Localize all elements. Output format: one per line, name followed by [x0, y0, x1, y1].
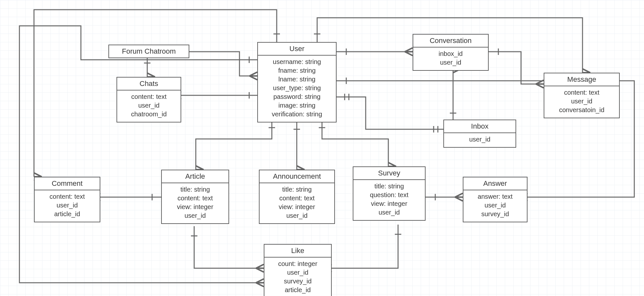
attr: title: string [166, 185, 225, 194]
attr: title: string [263, 185, 330, 194]
attr: article_id [268, 286, 327, 294]
entity-title: Comment [35, 177, 100, 190]
attr: question: text [357, 191, 421, 199]
attr: user_id [417, 58, 484, 67]
attr: password: string [262, 92, 332, 101]
entity-attrs: user_id [444, 133, 516, 147]
entity-title: Inbox [444, 120, 516, 133]
attr: content: text [39, 192, 96, 201]
attr: verification: string [262, 110, 332, 119]
entity-attrs: title: string question: text view: integ… [353, 180, 425, 220]
er-diagram-canvas: Forum Chatroom Chats content: text user_… [0, 0, 644, 296]
attr: user_id [121, 101, 177, 110]
attr: user_id [467, 201, 523, 210]
attr: content: text [263, 194, 330, 203]
attr: title: string [357, 182, 421, 191]
entity-title: Conversation [413, 35, 488, 48]
attr: lname: string [262, 75, 332, 84]
attr: content: text [548, 88, 615, 97]
entity-attrs: content: text user_id article_id [35, 190, 100, 222]
entity-attrs: title: string content: text view: intege… [260, 183, 334, 223]
entity-article[interactable]: Article title: string content: text view… [161, 170, 229, 224]
attr: user_id [268, 268, 327, 277]
attr: inbox_id [417, 49, 484, 58]
entity-announcement[interactable]: Announcement title: string content: text… [259, 170, 335, 224]
entity-title: Chats [117, 78, 181, 90]
entity-attrs: count: integer user_id survey_id article… [264, 258, 331, 296]
attr: view: integer [357, 199, 421, 208]
attr: user_id [39, 201, 96, 210]
entity-user[interactable]: User username: string fname: string lnam… [257, 42, 337, 122]
entity-forum-chatroom[interactable]: Forum Chatroom [108, 45, 189, 58]
entity-title: Survey [353, 167, 425, 180]
attr: view: integer [263, 203, 330, 211]
attr: content: text [121, 92, 177, 101]
entity-chats[interactable]: Chats content: text user_id chatroom_id [117, 77, 181, 122]
attr: content: text [166, 194, 225, 203]
entity-message[interactable]: Message content: text user_id conversato… [544, 73, 620, 118]
entity-title: Forum Chatroom [109, 45, 189, 58]
attr: chatroom_id [121, 110, 177, 119]
attr: image: string [262, 101, 332, 110]
entity-inbox[interactable]: Inbox user_id [443, 120, 516, 148]
attr: user_type: string [262, 84, 332, 92]
attr: fname: string [262, 66, 332, 75]
attr: article_id [39, 210, 96, 218]
attr: answer: text [467, 192, 523, 201]
entity-like[interactable]: Like count: integer user_id survey_id ar… [264, 244, 332, 296]
entity-attrs: inbox_id user_id [413, 48, 488, 70]
attr: user_id [263, 211, 330, 220]
entity-title: Message [544, 73, 619, 86]
attr: user_id [548, 97, 615, 106]
entity-title: User [258, 43, 336, 56]
entity-conversation[interactable]: Conversation inbox_id user_id [413, 34, 489, 71]
attr: survey_id [268, 277, 327, 286]
attr: count: integer [268, 259, 327, 268]
entity-comment[interactable]: Comment content: text user_id article_id [34, 177, 100, 222]
attr: user_id [448, 135, 512, 144]
entity-title: Announcement [260, 170, 334, 183]
entity-attrs: title: string content: text view: intege… [162, 183, 228, 223]
entity-survey[interactable]: Survey title: string question: text view… [353, 166, 426, 221]
entity-title: Article [162, 170, 228, 183]
entity-title: Answer [463, 177, 527, 190]
attr: user_id [166, 211, 225, 220]
entity-attrs: answer: text user_id survey_id [463, 190, 527, 222]
attr: survey_id [467, 210, 523, 218]
attr: conversatoin_id [548, 106, 615, 114]
entity-attrs: username: string fname: string lname: st… [258, 56, 336, 122]
entity-attrs: content: text user_id conversatoin_id [544, 86, 619, 118]
attr: user_id [357, 208, 421, 217]
attr: view: integer [166, 203, 225, 211]
entity-answer[interactable]: Answer answer: text user_id survey_id [463, 177, 527, 222]
attr: username: string [262, 58, 332, 66]
entity-title: Like [264, 245, 331, 258]
entity-attrs: content: text user_id chatroom_id [117, 90, 181, 122]
